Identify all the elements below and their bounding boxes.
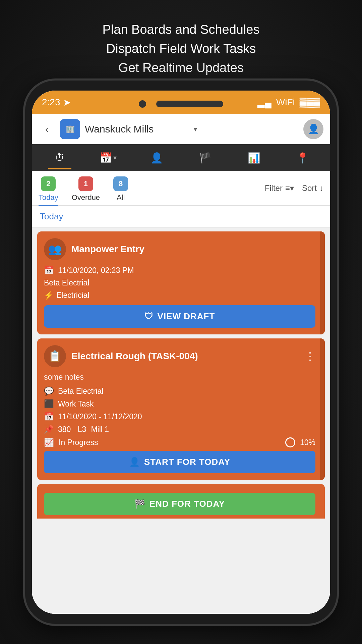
daterange-icon: 📅 <box>44 412 54 421</box>
company-icon: 💬 <box>44 386 54 396</box>
electrical-company: Beta Electrial <box>58 387 104 396</box>
start-for-today-button[interactable]: 👤 START FOR TODAY <box>44 451 315 473</box>
camera <box>139 100 146 108</box>
manpower-category: ⚡ Electricial <box>44 291 315 300</box>
card-header-electrical: 📋 Electrical Rough (TASK-004) ⋮ <box>44 345 315 367</box>
filter-label: Filter <box>265 183 283 193</box>
user-avatar[interactable]: 👤 <box>303 119 323 139</box>
card-body-electrical: 📋 Electrical Rough (TASK-004) ⋮ some not… <box>37 338 325 480</box>
location-meta-icon: 📌 <box>44 425 54 434</box>
section-title-label: Today <box>40 211 63 221</box>
timer-icon: ⏱ <box>55 152 65 163</box>
phone-notch <box>32 91 330 117</box>
nav-bar: ⏱ 📅 ▾ 👤 🏴 📊 📍 <box>32 144 330 171</box>
electrical-icon: 📋 <box>44 345 66 367</box>
electrical-daterange: 11/10/2020 - 11/12/2020 <box>58 412 142 421</box>
electrical-company-row: 💬 Beta Electrial <box>44 386 315 396</box>
nav-item-calendar[interactable]: 📅 ▾ <box>97 146 120 169</box>
filter-sort-controls: Filter ≡▾ Sort ↓ <box>265 183 323 193</box>
all-tab-label: All <box>117 193 125 202</box>
manpower-company: Beta Electrial <box>44 278 315 287</box>
card-menu-button[interactable]: ⋮ <box>305 350 315 363</box>
category-icon: ⚡ <box>44 291 54 300</box>
nav-item-timer[interactable]: ⏱ <box>48 146 71 169</box>
start-label: START FOR TODAY <box>144 457 230 467</box>
marketing-text: Plan Boards and Schedules Dispatch Field… <box>0 20 362 77</box>
manpower-datetime: 11/10/2020, 02:23 PM <box>58 266 134 275</box>
user-icon: 👤 <box>150 152 163 164</box>
today-tab-label: Today <box>39 193 58 202</box>
electrical-notes: some notes <box>44 373 315 382</box>
phone-frame: 2:23 ➤ ▂▄ WiFi ▓▓▓ ‹ 🏢 Wanskuck Mills ▾ … <box>25 80 337 624</box>
progress-icon: 📈 <box>44 438 54 447</box>
nav-item-location[interactable]: 📍 <box>291 146 314 169</box>
phone-screen: 2:23 ➤ ▂▄ WiFi ▓▓▓ ‹ 🏢 Wanskuck Mills ▾ … <box>32 91 330 614</box>
electrical-location: 380 - L3 -Mill 1 <box>58 425 109 434</box>
calendar-icon: 📅 <box>100 152 112 164</box>
electrical-progress-pct: 10% <box>300 438 315 447</box>
speaker <box>156 101 223 107</box>
card-body-manpower: 👥 Manpower Entry 📅 11/10/2020, 02:23 PM … <box>37 231 325 334</box>
today-badge: 2 <box>41 176 56 191</box>
task-card-end: 🏁 END FOR TODAY <box>37 484 325 519</box>
manpower-title: Manpower Entry <box>71 244 315 255</box>
electrical-daterange-row: 📅 11/10/2020 - 11/12/2020 <box>44 412 315 421</box>
sort-label: Sort <box>302 183 317 193</box>
tab-all[interactable]: 8 All <box>113 176 128 205</box>
progress-circle <box>285 437 295 447</box>
all-badge: 8 <box>113 176 128 191</box>
view-draft-label: VIEW DRAFT <box>158 311 215 322</box>
end-label: END FOR TODAY <box>149 499 225 509</box>
cards-container: 👥 Manpower Entry 📅 11/10/2020, 02:23 PM … <box>32 227 330 614</box>
back-button[interactable]: ‹ <box>39 121 55 138</box>
app-header: ‹ 🏢 Wanskuck Mills ▾ 👤 <box>32 114 330 144</box>
electrical-location-row: 📌 380 - L3 -Mill 1 <box>44 425 315 434</box>
electrical-progress-row: 📈 In Progress 10% <box>44 437 315 447</box>
sort-icon: ↓ <box>319 183 323 193</box>
end-icon: 🏁 <box>134 499 145 509</box>
card-header-manpower: 👥 Manpower Entry <box>44 238 315 260</box>
worktype-icon: ⬛ <box>44 399 54 409</box>
calendar-dropdown-icon: ▾ <box>113 154 117 162</box>
tab-bar: 2 Today 1 Overdue 8 All Filter ≡▾ <box>32 171 330 206</box>
electrical-worktype: Work Task <box>58 399 94 409</box>
manpower-icon: 👥 <box>44 238 66 260</box>
overdue-tab-label: Overdue <box>72 193 100 202</box>
flag-icon: 🏴 <box>199 152 212 164</box>
category-label: Electricial <box>56 291 89 300</box>
end-card-body: 🏁 END FOR TODAY <box>37 484 325 519</box>
electrical-worktype-row: ⬛ Work Task <box>44 399 315 409</box>
card-right-bar <box>320 231 325 334</box>
filter-icon: ≡▾ <box>285 183 294 193</box>
view-draft-icon: 🛡 <box>144 311 154 322</box>
filter-button[interactable]: Filter ≡▾ <box>265 183 294 193</box>
tab-today[interactable]: 2 Today <box>39 176 58 205</box>
location-pin-icon: 📍 <box>296 152 309 164</box>
company-name-label: Wanskuck Mills <box>85 123 191 135</box>
task-card-manpower: 👥 Manpower Entry 📅 11/10/2020, 02:23 PM … <box>37 231 325 334</box>
section-header: Today <box>32 206 330 227</box>
electrical-title: Electrical Rough (TASK-004) <box>71 351 299 362</box>
chart-icon: 📊 <box>248 152 260 164</box>
overdue-badge: 1 <box>78 176 93 191</box>
screen-content: 2:23 ➤ ▂▄ WiFi ▓▓▓ ‹ 🏢 Wanskuck Mills ▾ … <box>32 91 330 614</box>
marketing-line-1: Plan Boards and Schedules <box>0 20 362 39</box>
view-draft-button[interactable]: 🛡 VIEW DRAFT <box>44 305 315 328</box>
calendar-meta-icon: 📅 <box>44 266 54 275</box>
tab-overdue[interactable]: 1 Overdue <box>72 176 100 205</box>
sort-button[interactable]: Sort ↓ <box>302 183 323 193</box>
start-icon: 👤 <box>129 457 140 467</box>
nav-item-flag[interactable]: 🏴 <box>194 146 217 169</box>
task-card-electrical: 📋 Electrical Rough (TASK-004) ⋮ some not… <box>37 338 325 480</box>
card-right-bar-2 <box>320 338 325 480</box>
manpower-datetime-row: 📅 11/10/2020, 02:23 PM <box>44 266 315 275</box>
nav-item-chart[interactable]: 📊 <box>242 146 266 169</box>
nav-item-user[interactable]: 👤 <box>145 146 169 169</box>
company-logo: 🏢 <box>60 119 80 139</box>
electrical-status: In Progress <box>59 438 98 447</box>
end-for-today-button[interactable]: 🏁 END FOR TODAY <box>44 493 315 515</box>
marketing-line-2: Dispatch Field Work Tasks <box>0 39 362 58</box>
marketing-line-3: Get Realtime Updates <box>0 58 362 77</box>
company-dropdown-arrow[interactable]: ▾ <box>194 125 197 133</box>
